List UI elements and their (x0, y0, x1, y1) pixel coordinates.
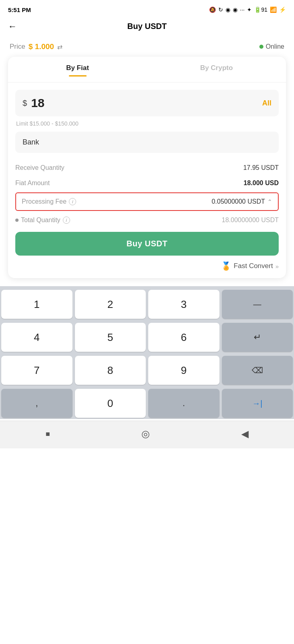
fast-convert-icon: 🏅 (221, 261, 231, 271)
key-next[interactable]: →| (222, 389, 293, 418)
status-bar: 5:51 PM 🔕 ↻ ◉ ◉ ··· ✦ 🔋91 📶 ⚡ (0, 0, 294, 18)
key-3[interactable]: 3 (148, 290, 219, 319)
key-comma[interactable]: , (1, 389, 72, 418)
processing-fee-row: Processing Fee i 0.05000000 USDT ⌃ (15, 192, 279, 211)
keyboard-row-1: 1 2 3 — (0, 289, 294, 320)
dollar-sign: $ (23, 99, 27, 108)
key-8[interactable]: 8 (75, 356, 146, 385)
online-dot (259, 45, 263, 49)
back-button[interactable]: ← (8, 21, 17, 32)
processing-fee-info-icon[interactable]: i (69, 198, 76, 205)
nav-bar: ■ ◎ ◀ (0, 421, 294, 448)
key-6[interactable]: 6 (148, 323, 219, 352)
battery-icon: 🔋91 (254, 6, 267, 13)
key-minus[interactable]: — (222, 290, 293, 319)
price-bar: Price $ 1.000 ⇄ Online (0, 35, 294, 57)
main-card: By Fiat By Crypto $ 18 All Limit $15.000… (8, 57, 286, 278)
key-period[interactable]: . (148, 389, 219, 418)
total-quantity-row: Total Quantity i 18.00000000 USDT (15, 213, 279, 225)
flash-icon: ⚡ (279, 6, 286, 13)
processing-fee-value: 0.05000000 USDT ⌃ (211, 198, 272, 205)
payment-method-value: Bank (23, 138, 39, 146)
fast-convert-label: Fast Convert (234, 262, 273, 270)
page-title: Buy USDT (127, 22, 167, 31)
receive-quantity-value: 17.95 USDT (243, 164, 279, 171)
key-0[interactable]: 0 (75, 389, 146, 418)
tabs: By Fiat By Crypto (8, 57, 286, 83)
nav-back-button[interactable]: ◀ (235, 426, 255, 442)
key-1[interactable]: 1 (1, 290, 72, 319)
bullet-icon (15, 219, 19, 222)
key-5[interactable]: 5 (75, 323, 146, 352)
alarm-off-icon: 🔕 (209, 6, 216, 13)
total-quantity-value: 18.00000000 USDT (222, 217, 279, 224)
circle-icon-1: ◉ (226, 6, 230, 13)
amount-left: $ 18 (23, 96, 45, 110)
key-9[interactable]: 9 (148, 356, 219, 385)
keyboard-row-2: 4 5 6 ↵ (0, 322, 294, 353)
status-icons: 🔕 ↻ ◉ ◉ ··· ✦ 🔋91 📶 ⚡ (209, 6, 286, 13)
keyboard-row-3: 7 8 9 ⌫ (0, 355, 294, 386)
tab-by-fiat[interactable]: By Fiat (8, 57, 147, 82)
key-7[interactable]: 7 (1, 356, 72, 385)
limit-label: Limit (16, 120, 28, 127)
price-section: Price $ 1.000 ⇄ (10, 42, 62, 51)
fiat-amount-row: Fiat Amount 18.000 USD (15, 175, 279, 191)
receive-quantity-row: Receive Quantity 17.95 USDT (15, 160, 279, 175)
buy-usdt-button[interactable]: Buy USDT (15, 232, 279, 256)
chevron-up-icon[interactable]: ⌃ (267, 198, 272, 205)
bluetooth-icon: ✦ (247, 6, 252, 13)
price-label: Price (10, 43, 25, 51)
nav-home-button[interactable]: ◎ (135, 426, 156, 442)
rotate-icon: ↻ (218, 6, 223, 13)
key-4[interactable]: 4 (1, 323, 72, 352)
all-button[interactable]: All (262, 99, 271, 107)
key-enter[interactable]: ↵ (222, 323, 293, 352)
total-quantity-label: Total Quantity i (15, 217, 70, 224)
fast-convert-chevron-icon: » (275, 263, 279, 270)
online-label: Online (266, 43, 284, 50)
status-time: 5:51 PM (8, 6, 31, 13)
info-section: Receive Quantity 17.95 USDT Fiat Amount … (15, 160, 279, 225)
header: ← Buy USDT (0, 18, 294, 35)
payment-method-field[interactable]: Bank (15, 132, 279, 153)
keyboard-row-4: , 0 . →| (0, 388, 294, 419)
key-backspace[interactable]: ⌫ (222, 356, 293, 385)
numeric-keyboard: 1 2 3 — 4 5 6 ↵ 7 8 9 ⌫ , 0 . →| (0, 286, 294, 419)
amount-value: 18 (31, 96, 44, 110)
wifi-icon: 📶 (270, 6, 277, 13)
nav-square-button[interactable]: ■ (39, 427, 56, 441)
circle-icon-2: ◉ (233, 6, 238, 13)
tab-by-crypto[interactable]: By Crypto (147, 57, 286, 82)
processing-fee-label: Processing Fee i (22, 198, 76, 205)
total-quantity-info-icon[interactable]: i (63, 217, 70, 224)
online-badge: Online (259, 43, 284, 50)
price-value: $ 1.000 (29, 42, 54, 51)
fiat-amount-value: 18.000 USD (244, 180, 279, 187)
fiat-amount-label: Fiat Amount (15, 180, 50, 187)
refresh-icon[interactable]: ⇄ (57, 43, 62, 51)
receive-quantity-label: Receive Quantity (15, 164, 64, 171)
limit-range: $15.000 - $150.000 (29, 120, 78, 127)
fast-convert-row[interactable]: 🏅 Fast Convert » (8, 260, 286, 278)
limit-row: Limit $15.000 - $150.000 (8, 116, 286, 127)
key-2[interactable]: 2 (75, 290, 146, 319)
amount-input-row[interactable]: $ 18 All (15, 90, 279, 116)
more-icon: ··· (240, 6, 245, 13)
